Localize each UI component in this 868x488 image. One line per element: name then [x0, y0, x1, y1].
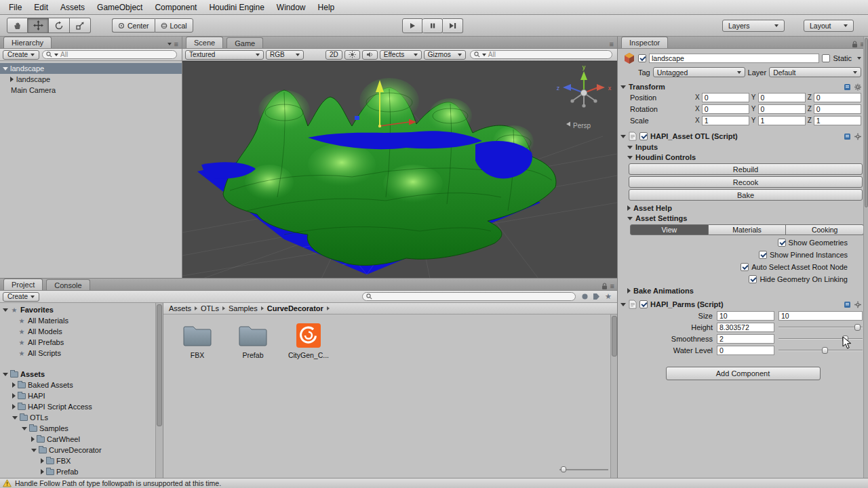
- position-z-input[interactable]: 0: [814, 93, 861, 102]
- foldout-open-icon[interactable]: [31, 449, 37, 452]
- object-name-input[interactable]: landscape: [649, 54, 819, 63]
- hierarchy-create-button[interactable]: Create: [3, 50, 39, 60]
- static-dropdown-icon[interactable]: [857, 57, 861, 60]
- foldout-closed-icon[interactable]: [41, 458, 44, 464]
- size-input-2[interactable]: 10: [778, 311, 863, 321]
- project-panel-menu[interactable]: ≡: [601, 282, 618, 290]
- bake-animations-foldout[interactable]: Bake Animations: [618, 285, 868, 296]
- tree-fbx[interactable]: FBX: [0, 455, 163, 466]
- play-button[interactable]: [402, 18, 422, 33]
- foldout-open-icon[interactable]: [3, 308, 8, 312]
- foldout-open-icon[interactable]: [22, 427, 27, 430]
- tree-samples[interactable]: Samples: [0, 423, 163, 434]
- tab-project[interactable]: Project: [3, 279, 43, 290]
- hierarchy-search-input[interactable]: All: [42, 50, 177, 59]
- menu-houdini-engine[interactable]: Houdini Engine: [203, 0, 270, 14]
- show-geometries-checkbox[interactable]: [778, 239, 786, 247]
- rotation-z-input[interactable]: 0: [814, 104, 861, 114]
- add-component-button[interactable]: Add Component: [666, 367, 821, 380]
- menu-file[interactable]: File: [3, 0, 28, 14]
- foldout-closed-icon[interactable]: [627, 205, 631, 211]
- tree-all-models[interactable]: ★All Models: [0, 326, 163, 337]
- tag-dropdown[interactable]: Untagged: [653, 67, 745, 77]
- foldout-open-icon[interactable]: [627, 217, 633, 220]
- scrollbar-thumb[interactable]: [157, 304, 162, 426]
- asset-help-foldout[interactable]: Asset Help: [618, 203, 868, 213]
- asset-item-fbx[interactable]: FBX: [173, 323, 222, 359]
- inspector-scrollbar[interactable]: [863, 37, 868, 478]
- breadcrumb-curvedecorator[interactable]: CurveDecorator: [267, 304, 323, 312]
- help-book-icon[interactable]: [844, 133, 851, 140]
- slider-knob[interactable]: [561, 466, 566, 472]
- persp-label[interactable]: Persp: [573, 122, 591, 129]
- foldout-open-icon[interactable]: [620, 303, 626, 306]
- tree-otls[interactable]: OTLs: [0, 412, 163, 423]
- hierarchy-item-landscape[interactable]: landscape: [0, 63, 182, 74]
- foldout-closed-icon[interactable]: [41, 469, 44, 474]
- thumbnail-zoom-slider[interactable]: [559, 466, 608, 473]
- tab-scene[interactable]: Scene: [186, 37, 223, 48]
- slider-knob[interactable]: [854, 324, 861, 331]
- recook-button[interactable]: Recook: [629, 176, 863, 188]
- help-book-icon[interactable]: [844, 301, 851, 308]
- tab-inspector[interactable]: Inspector: [621, 37, 668, 48]
- menu-component[interactable]: Component: [149, 0, 203, 14]
- rotate-tool-button[interactable]: [49, 18, 70, 33]
- position-x-input[interactable]: 0: [702, 93, 749, 102]
- tree-hapi[interactable]: HAPI: [0, 390, 163, 401]
- menu-help[interactable]: Help: [312, 0, 341, 14]
- hierarchy-item-landscape-child[interactable]: landscape: [0, 74, 182, 85]
- scale-y-input[interactable]: 1: [758, 116, 806, 125]
- tab-game[interactable]: Game: [226, 37, 263, 48]
- size-input[interactable]: 10: [717, 311, 774, 321]
- tree-all-prefabs[interactable]: ★All Prefabs: [0, 337, 163, 348]
- rotation-x-input[interactable]: 0: [702, 104, 749, 114]
- move-tool-button[interactable]: [28, 18, 49, 33]
- project-tree-scrollbar[interactable]: [155, 303, 163, 479]
- project-create-button[interactable]: Create: [3, 292, 39, 302]
- project-search-input[interactable]: [362, 292, 576, 301]
- gear-icon[interactable]: [854, 83, 863, 91]
- height-slider[interactable]: [778, 323, 863, 332]
- filter-label-icon[interactable]: [593, 293, 600, 300]
- position-y-input[interactable]: 0: [758, 93, 806, 102]
- tree-assets-root[interactable]: Assets: [0, 369, 163, 380]
- component-enabled-checkbox[interactable]: [639, 300, 648, 308]
- scene-audio-toggle[interactable]: [362, 50, 378, 60]
- foldout-closed-icon[interactable]: [12, 382, 16, 388]
- hapi-parms-header[interactable]: HAPI_Parms (Script): [618, 298, 868, 310]
- foldout-open-icon[interactable]: [627, 146, 633, 149]
- height-input[interactable]: 8.303572: [717, 323, 774, 332]
- scene-lighting-toggle[interactable]: [344, 50, 360, 60]
- asset-settings-foldout[interactable]: Asset Settings: [618, 213, 868, 223]
- foldout-closed-icon[interactable]: [12, 393, 16, 399]
- menu-edit[interactable]: Edit: [28, 0, 54, 14]
- layout-dropdown[interactable]: Layout: [804, 20, 854, 32]
- water-level-input[interactable]: 0: [717, 346, 774, 355]
- layer-dropdown[interactable]: Default: [769, 67, 861, 77]
- layers-dropdown[interactable]: Layers: [722, 20, 785, 32]
- center-toggle-button[interactable]: Center: [112, 18, 155, 33]
- scene-search-input[interactable]: All: [470, 50, 612, 59]
- rotation-y-input[interactable]: 0: [758, 104, 806, 114]
- tab-console[interactable]: Console: [46, 279, 90, 290]
- menu-assets[interactable]: Assets: [54, 0, 91, 14]
- tree-prefab[interactable]: Prefab: [0, 466, 163, 477]
- tab-view[interactable]: View: [630, 224, 709, 235]
- slider-knob[interactable]: [822, 347, 828, 354]
- breadcrumb-assets[interactable]: Assets: [169, 304, 191, 312]
- filter-favorite-icon[interactable]: ★: [604, 292, 612, 301]
- hide-geometry-checkbox[interactable]: [749, 275, 757, 283]
- tree-carwheel[interactable]: CarWheel: [0, 434, 163, 445]
- active-checkbox[interactable]: [638, 54, 646, 62]
- gear-icon[interactable]: [854, 301, 863, 308]
- pause-button[interactable]: [422, 18, 443, 33]
- foldout-closed-icon[interactable]: [31, 436, 35, 442]
- inputs-foldout[interactable]: Inputs: [618, 142, 868, 152]
- gizmos-dropdown[interactable]: Gizmos: [424, 50, 466, 60]
- foldout-open-icon[interactable]: [627, 156, 633, 159]
- shading-mode-dropdown[interactable]: Textured: [185, 50, 264, 60]
- scrollbar-thumb[interactable]: [865, 38, 868, 207]
- tab-materials[interactable]: Materials: [709, 224, 787, 235]
- tree-all-scripts[interactable]: ★All Scripts: [0, 348, 163, 359]
